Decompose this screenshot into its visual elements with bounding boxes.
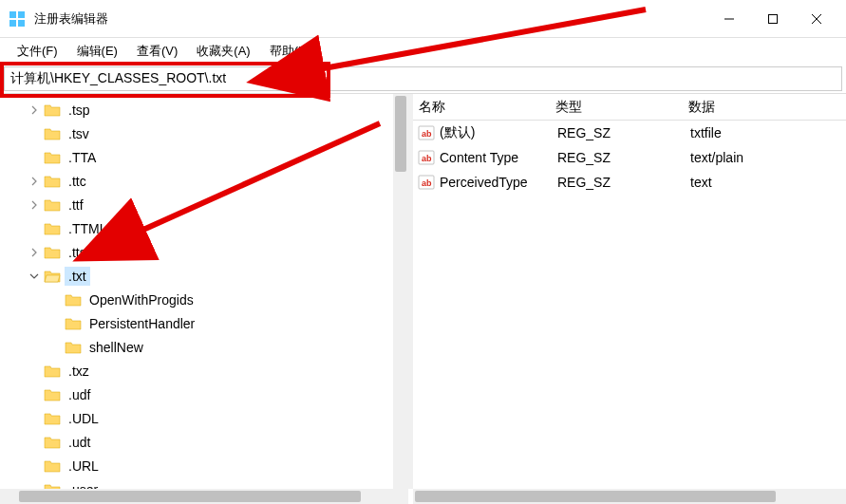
value-name: (默认) [440, 124, 557, 141]
window-controls [707, 0, 838, 37]
horizontal-scroll-area [0, 489, 846, 504]
menubar: 文件(F) 编辑(E) 查看(V) 收藏夹(A) 帮助(H) [0, 38, 846, 65]
tree-node[interactable]: .URL [27, 454, 408, 477]
tree-node[interactable]: PersistentHandler [27, 311, 408, 335]
chevron-right-icon[interactable] [27, 105, 42, 115]
tree-node-label: .TTML [65, 219, 110, 238]
tree-horizontal-scrollbar[interactable] [0, 489, 408, 504]
window-title: 注册表编辑器 [34, 10, 707, 28]
folder-icon [44, 246, 61, 259]
tree-node[interactable]: .txt [27, 264, 408, 288]
value-type: REG_SZ [557, 150, 690, 165]
string-value-icon: ab [417, 149, 436, 166]
tree-node-label: .UDL [65, 409, 103, 428]
tree-node-label: .udf [65, 385, 94, 404]
svg-text:ab: ab [422, 154, 432, 163]
menu-edit[interactable]: 编辑(E) [67, 39, 127, 64]
chevron-right-icon[interactable] [27, 248, 42, 257]
folder-icon [65, 293, 82, 307]
tree-node-label: .txz [65, 362, 93, 381]
titlebar: 注册表编辑器 [0, 0, 846, 38]
values-body: ab (默认)REG_SZtxtfile ab Content TypeREG_… [413, 121, 846, 195]
tree-node-label: .tsp [65, 101, 94, 120]
tree-node[interactable]: .TTA [27, 145, 408, 169]
tree-node[interactable]: .tsp [27, 98, 408, 121]
tree-node[interactable]: .txz [27, 359, 408, 383]
scrollbar-thumb[interactable] [395, 96, 406, 172]
value-type: REG_SZ [557, 125, 690, 140]
folder-icon [44, 198, 61, 212]
value-row[interactable]: ab (默认)REG_SZtxtfile [413, 121, 846, 145]
value-type: REG_SZ [557, 175, 690, 190]
maximize-button[interactable] [751, 0, 795, 38]
tree-node-label: .ttf [65, 196, 87, 215]
tree-node[interactable]: shellNew [27, 335, 408, 359]
folder-icon [44, 270, 61, 283]
addressbar-container [0, 65, 846, 93]
svg-text:ab: ab [422, 178, 432, 188]
menu-help[interactable]: 帮助(H) [260, 39, 321, 64]
svg-rect-4 [769, 15, 778, 24]
folder-icon [44, 436, 61, 449]
tree-node-label: OpenWithProgids [85, 290, 197, 309]
value-data: txtfile [690, 125, 846, 140]
minimize-button[interactable] [707, 0, 751, 38]
values-panel: 名称 类型 数据 ab (默认)REG_SZtxtfile ab Content… [413, 94, 846, 489]
folder-icon [44, 103, 61, 117]
svg-text:ab: ab [422, 129, 432, 139]
tree-node[interactable]: OpenWithProgids [27, 288, 408, 311]
menu-favorites[interactable]: 收藏夹(A) [187, 39, 259, 64]
tree-node-label: .URL [65, 457, 103, 476]
value-data: text [690, 175, 846, 190]
tree-node[interactable]: .tts [27, 240, 408, 264]
column-header-type[interactable]: 类型 [555, 99, 688, 116]
tree-node-label: .ttc [65, 172, 90, 191]
column-header-data[interactable]: 数据 [688, 99, 846, 116]
value-row[interactable]: ab PerceivedTypeREG_SZtext [413, 170, 846, 195]
chevron-down-icon[interactable] [27, 271, 42, 281]
menu-file[interactable]: 文件(F) [8, 39, 67, 64]
tree-node[interactable]: .udf [27, 383, 408, 406]
folder-icon [44, 412, 61, 425]
value-name: PerceivedType [440, 175, 557, 190]
menu-view[interactable]: 查看(V) [127, 39, 187, 64]
tree-node[interactable]: .user [27, 477, 408, 489]
app-icon [8, 9, 27, 28]
column-header-name[interactable]: 名称 [413, 99, 555, 116]
tree-node[interactable]: .ttf [27, 193, 408, 216]
tree-node-label: .udt [65, 433, 94, 452]
tree-node-label: .tsv [65, 124, 93, 143]
tree-node[interactable]: .ttc [27, 169, 408, 193]
chevron-right-icon[interactable] [27, 200, 42, 210]
content-area: .tsp .tsv .TTA .ttc .ttf .TTML .tts .txt… [0, 93, 846, 489]
value-name: Content Type [440, 150, 557, 165]
folder-icon [44, 127, 61, 140]
scrollbar-thumb[interactable] [415, 491, 776, 502]
folder-icon [44, 175, 61, 188]
folder-icon [65, 317, 82, 330]
close-button[interactable] [795, 0, 838, 38]
tree-node-label: .txt [65, 267, 90, 286]
values-horizontal-scrollbar[interactable] [413, 489, 846, 504]
svg-rect-0 [9, 11, 16, 18]
folder-icon [44, 364, 61, 378]
chevron-right-icon[interactable] [27, 177, 42, 186]
folder-icon [44, 388, 61, 401]
value-data: text/plain [690, 150, 846, 165]
tree-scroll[interactable]: .tsp .tsv .TTA .ttc .ttf .TTML .tts .txt… [0, 94, 408, 489]
tree-vertical-scrollbar[interactable] [393, 94, 408, 489]
tree-panel: .tsp .tsv .TTA .ttc .ttf .TTML .tts .txt… [0, 94, 408, 489]
tree-node[interactable]: .TTML [27, 216, 408, 240]
folder-icon [44, 222, 61, 235]
tree-node-label: shellNew [85, 338, 147, 357]
tree-node[interactable]: .tsv [27, 121, 408, 145]
value-row[interactable]: ab Content TypeREG_SZtext/plain [413, 145, 846, 170]
tree-node[interactable]: .UDL [27, 406, 408, 430]
string-value-icon: ab [417, 124, 436, 141]
folder-icon [65, 341, 82, 354]
address-input[interactable] [4, 66, 842, 91]
folder-icon [44, 151, 61, 164]
tree-node-label: .user [65, 480, 102, 490]
scrollbar-thumb[interactable] [19, 491, 361, 502]
tree-node[interactable]: .udt [27, 430, 408, 454]
